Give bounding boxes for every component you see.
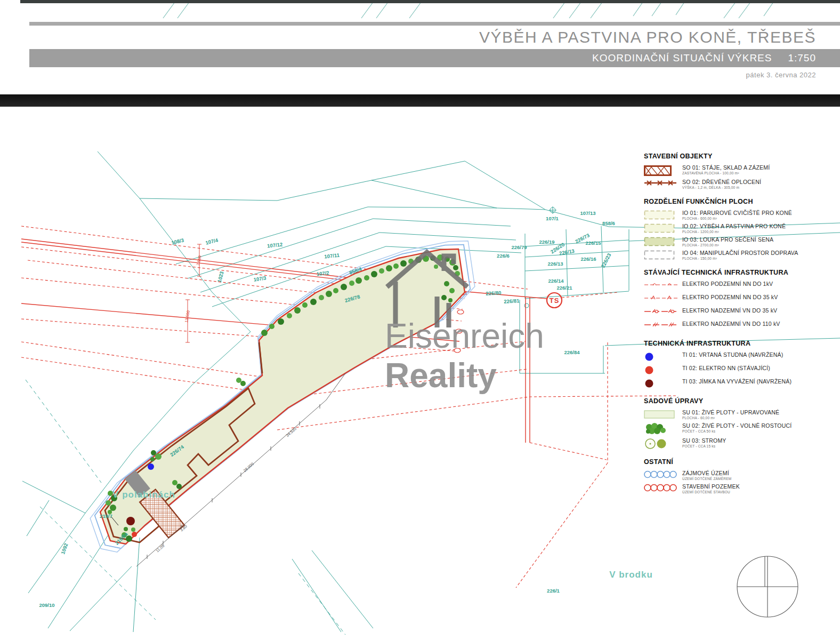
legend-item-sublabel: ÚZEMÍ DOTČENÉ STAVBOU <box>682 490 740 494</box>
legend-item-label: ELEKTRO PODZEMNÍ NN DO 1kV <box>682 281 773 287</box>
circles-blue-icon <box>644 470 678 478</box>
dimension-label: 7,500 <box>196 255 202 266</box>
tree-icon <box>364 275 369 281</box>
tree-icon <box>302 302 308 308</box>
legend-section-technicka-infrastruktura: TECHNICKÁ INFRASTRUKTURA TI 01: VRTANÁ S… <box>644 340 831 389</box>
legend-item-sublabel: POČET - CCA 15 ks <box>682 444 726 448</box>
shrub-icon <box>236 378 241 383</box>
legend-item: ELEKTRO NADZEMNÍ VN DO 110 kV <box>644 321 831 332</box>
tree-icon <box>441 295 447 300</box>
top-black-bar <box>20 0 840 3</box>
tree-icon <box>393 263 399 269</box>
stable-hatch-icon <box>644 164 678 177</box>
tree-icon <box>326 291 332 297</box>
legend-section-funkcni-plochy: ROZDĚLENÍ FUNKČNÍCH PLOCH IO 01: PARUROV… <box>644 198 831 261</box>
legend-section-sadove-upravy: SADOVÉ ÚPRAVY SU 01: ŽIVÉ PLOTY - UPRAVO… <box>644 397 831 450</box>
ti02-elektro-dot <box>132 532 137 537</box>
legend-item-label: TI 03: JÍMKA NA VYVÁŽENÍ (NAVRŽENÁ) <box>682 378 791 385</box>
parcel-label: 226/14 <box>548 278 564 284</box>
area-io3-icon <box>644 236 678 246</box>
legend-section-stavebni-objekty: STAVEBNÍ OBJEKTY SO 01: STÁJE, SKLAD A Z… <box>644 153 831 190</box>
tree-icon <box>386 265 392 271</box>
legend-item: SO 02: DŘEVĚNÉ OPLOCENÍ VÝŠKA - 1,2 m, D… <box>644 179 831 190</box>
legend-item-label: SU 03: STROMY <box>682 437 726 444</box>
parcel-label: 107/11 <box>324 252 340 259</box>
legend-heading: STÁVAJÍCÍ TECHNICKÁ INFRASTRUKTURA <box>644 269 831 276</box>
tree-pair-icon <box>644 437 678 450</box>
tree-icon <box>319 295 324 300</box>
parcel-label: 1023 <box>216 270 225 283</box>
parcel-label: 219/7 <box>100 513 112 519</box>
legend-heading: SADOVÉ ÚPRAVY <box>644 397 831 405</box>
dimension-label: 13,500 <box>184 310 191 323</box>
watermark-line1: Eisenreich <box>385 317 544 355</box>
legend-item-sublabel: ÚZEMÍ DOTČENÉ ZÁMĚREM <box>682 477 731 481</box>
shrub-icon <box>110 505 116 511</box>
legend-item: TI 01: VRTANÁ STUDNA (NAVRŽENÁ) <box>644 351 831 363</box>
legend-item: ELEKTRO PODZEMNÍ NN DO 1kV <box>644 281 831 292</box>
tree-icon <box>278 318 284 325</box>
legend-item-label: TI 02: ELEKTRO NN (STÁVAJÍCÍ) <box>682 365 770 371</box>
place-label: V polabinách <box>112 490 175 500</box>
parcel-label: 107/1 <box>546 215 559 221</box>
elektro-nn-1kv-icon <box>644 281 678 287</box>
ts-label: TS <box>550 297 560 305</box>
legend-item-sublabel: PLOCHA - 60,00 m² <box>682 416 779 420</box>
dimension-label: 34,530 <box>285 426 297 438</box>
legend-item-sublabel: PLOCHA - 1200,00 m² <box>682 230 786 234</box>
dimension-label: 11,05 <box>155 543 166 554</box>
legend-item-label: IO 03: LOUKA PRO SEČENÍ SENA <box>682 236 773 243</box>
drawing-subtitle: KOORDINAČNÍ SITUAČNÍ VÝKRES <box>592 52 772 64</box>
legend-item-label: ELEKTRO PODZEMNÍ NN DO 35 kV <box>682 294 778 300</box>
area-io4-icon <box>644 250 678 260</box>
parcel-label: 107/2 <box>316 270 329 277</box>
legend-item-label: SO 01: STÁJE, SKLAD A ZÁZEMÍ <box>682 164 770 171</box>
parcel-label: 858/6 <box>602 220 615 226</box>
shrub-icon <box>131 527 135 532</box>
dot-blue-icon <box>644 351 678 362</box>
area-io2-icon <box>644 223 678 233</box>
wood-fence-icon <box>644 179 678 187</box>
legend-item-label: ELEKTRO NADZEMNÍ VN DO 35 kV <box>682 307 777 314</box>
parcel-label: 226/23 <box>600 252 612 269</box>
tree-icon <box>341 284 347 290</box>
tree-icon <box>448 298 453 302</box>
shrub-icon <box>106 500 111 506</box>
ti01-well-dot <box>148 463 154 470</box>
legend-item: TI 03: JÍMKA NA VYVÁŽENÍ (NAVRŽENÁ) <box>644 378 831 389</box>
parcel-label: 226/21 <box>556 285 572 291</box>
legend-item-label: STAVEBNÍ POZEMEK <box>682 483 740 490</box>
ts-transformer: TS <box>547 293 562 308</box>
circles-red-icon <box>644 483 678 492</box>
header-rule <box>29 22 840 26</box>
tree-icon <box>379 268 384 274</box>
legend-item: IO 02: VÝBĚH A PASTVINA PRO KONĚ PLOCHA … <box>644 223 831 234</box>
shrub-icon <box>155 453 161 460</box>
drawing-sheet: VÝBĚH A PASTVINA PRO KONĚ, TŘEBEŠ KOORDI… <box>0 0 840 640</box>
legend-item: STAVEBNÍ POZEMEK ÚZEMÍ DOTČENÉ STAVBOU <box>644 483 831 494</box>
compass-icon <box>737 556 798 617</box>
legend-item-label: IO 01: PARUROVÉ CVIČIŠTĚ PRO KONĚ <box>682 210 792 216</box>
hedge-rect-icon <box>644 409 678 419</box>
parcel-label: 226/1 <box>547 588 560 594</box>
drawing-scale: 1:750 <box>788 52 816 64</box>
shrub-icon <box>176 484 182 489</box>
legend-item-sublabel: VÝŠKA - 1,2 m, DÉLKA - 305,00 m <box>682 186 761 189</box>
legend-heading: OSTATNÍ <box>644 458 831 466</box>
parcel-label: 107/3 <box>253 275 266 282</box>
parcel-label: 226/79 <box>511 244 527 250</box>
legend-item-label: SU 02: ŽIVÉ PLOTY - VOLNĚ ROSTOUCÍ <box>682 422 791 429</box>
legend-item: SO 01: STÁJE, SKLAD A ZÁZEMÍ ZASTAVĚNÁ P… <box>644 164 831 177</box>
tree-icon <box>356 277 362 284</box>
parcel-label: 107/12 <box>267 242 283 249</box>
legend-item: ZÁJMOVÉ ÚZEMÍ ÚZEMÍ DOTČENÉ ZÁMĚREM <box>644 470 831 481</box>
legend-item: SU 01: ŽIVÉ PLOTY - UPRAVOVANÉ PLOCHA - … <box>644 409 831 420</box>
legend-item-sublabel: PLOCHA - 600,00 m² <box>682 217 792 220</box>
area-io1-icon <box>644 210 678 220</box>
shrub-icon <box>172 480 177 485</box>
tree-icon <box>294 307 301 314</box>
parcel-label: 107/4 <box>205 237 219 246</box>
legend-item-label: SU 01: ŽIVÉ PLOTY - UPRAVOVANÉ <box>682 409 779 415</box>
legend-item-sublabel: POČET - CCA 50 ks <box>682 429 791 433</box>
legend-item: SU 03: STROMY POČET - CCA 15 ks <box>644 437 831 450</box>
